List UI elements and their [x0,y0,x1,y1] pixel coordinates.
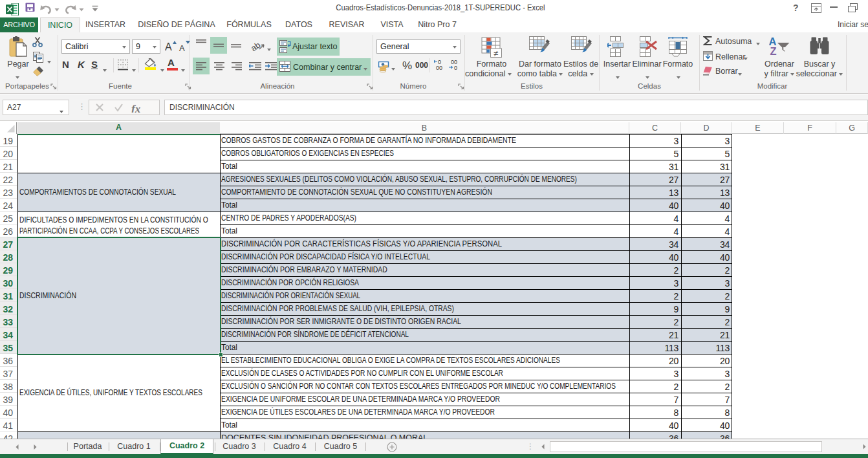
svg-text:≠: ≠ [494,49,498,58]
svg-text:A: A [179,43,185,53]
svg-text:A: A [165,41,172,52]
svg-text:Z: Z [770,45,777,56]
svg-text:fx: fx [131,104,141,113]
svg-text:ab: ab [251,40,262,53]
svg-text:00: 00 [436,65,442,71]
